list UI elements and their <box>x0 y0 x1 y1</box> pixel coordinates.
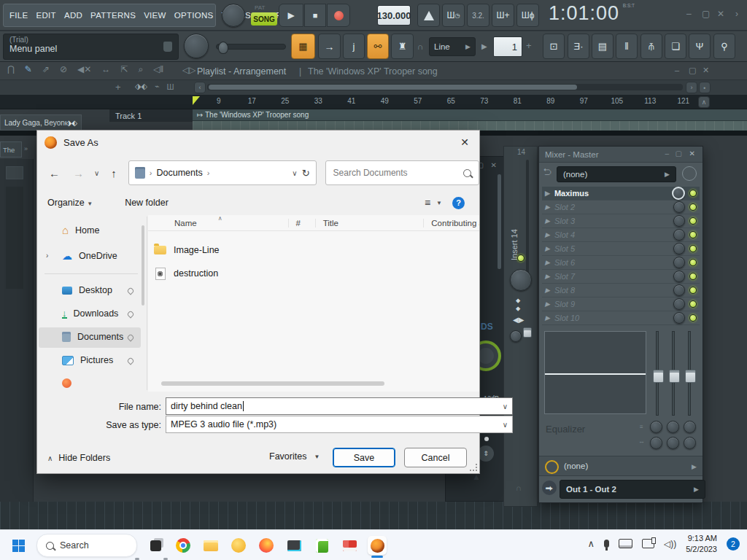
save-type-dropdown-chevron[interactable]: ∨ <box>503 421 508 429</box>
microphone-icon[interactable] <box>604 540 609 548</box>
fx-slot-row[interactable]: ▶Slot 6 <box>542 256 700 270</box>
yellow-clock-icon[interactable] <box>545 460 559 474</box>
slot-mix-knob[interactable] <box>673 215 685 227</box>
slot-mix-knob[interactable] <box>673 229 685 241</box>
record-button[interactable] <box>327 4 350 27</box>
list-h-scrollbar[interactable] <box>161 381 384 386</box>
h-scrollbar-track[interactable] <box>207 84 683 90</box>
save-type-select[interactable]: MPEG 3 audio file (*.mp3) ∨ <box>166 416 513 433</box>
follow-arrow-button[interactable]: → <box>318 34 341 59</box>
paint-tool-icon[interactable]: ⇗ <box>42 64 50 74</box>
notes-app-button[interactable] <box>312 536 331 555</box>
dialog-titlebar[interactable]: Save As ✕ <box>37 131 479 155</box>
updown-arrows-icon[interactable]: ⬥⬥ <box>516 297 520 313</box>
mixer-insert-strip[interactable]: 14 Insert 14 ⬥⬥ ◀▶ ∩ <box>503 146 538 507</box>
window-pianoroll-button[interactable]: Ǝ· <box>568 34 589 59</box>
forward-button[interactable]: → <box>73 167 84 179</box>
slot-enable-led[interactable] <box>689 217 697 225</box>
eq-slider-handle[interactable] <box>653 370 664 383</box>
new-folder-button[interactable]: New folder <box>125 198 169 208</box>
window-mixer-button[interactable]: ⫴ <box>616 34 638 59</box>
insert-mini-fader[interactable] <box>523 327 532 338</box>
loop-record-button[interactable]: Ш+ <box>492 4 514 27</box>
eq-slider-2[interactable] <box>672 331 675 416</box>
file-row-folder[interactable]: Image-Line <box>154 241 468 259</box>
slider-handle[interactable] <box>218 42 228 54</box>
view-dropdown-chevron[interactable]: ▼ <box>436 200 442 206</box>
slot-mix-knob[interactable] <box>673 312 685 324</box>
snap-selector[interactable]: Line ▶ <box>429 37 476 56</box>
delete-tool-icon[interactable]: ⊘ <box>60 64 67 74</box>
insert-pan-knob[interactable] <box>510 269 532 291</box>
cast-device-icon[interactable] <box>642 539 654 548</box>
stop-button[interactable]: ■ <box>304 4 326 27</box>
sidebar-item-documents[interactable]: Documents <box>62 332 123 342</box>
sidebar-item-music-partial[interactable] <box>62 378 71 388</box>
save-button[interactable]: Save <box>333 448 395 467</box>
view-list-icon[interactable]: ≡ <box>425 197 430 209</box>
add-track-tab[interactable]: + <box>115 82 121 93</box>
file-name-dropdown-chevron[interactable]: ∨ <box>503 402 508 411</box>
insert-fader-track[interactable] <box>526 160 529 276</box>
leftright-arrows-icon[interactable]: ◀▶ <box>513 316 524 324</box>
slot-mix-knob[interactable] <box>672 187 685 200</box>
slot-enable-led[interactable] <box>689 273 697 280</box>
up-button[interactable]: ↑ <box>111 167 117 179</box>
mixer-output-row[interactable]: ⮕ Out 1 - Out 2 ▶ <box>539 476 703 502</box>
playlist-timeline[interactable]: 9 17 25 33 41 49 57 65 73 81 89 97 105 1… <box>0 95 747 109</box>
eq-slider-1[interactable] <box>656 331 659 416</box>
toolbar-overflow-chevron[interactable]: › <box>735 9 740 19</box>
zoom-tool-icon[interactable]: ⌕ <box>138 64 143 74</box>
fx-slot-row[interactable]: ▶Maximus <box>542 187 700 201</box>
eq-knob[interactable] <box>667 421 679 433</box>
play-button[interactable]: ▶ <box>279 4 303 27</box>
draw-tool-icon[interactable]: ✎ <box>25 64 32 74</box>
file-name-input[interactable]: dirty behind clean ∨ <box>166 397 513 415</box>
pat-label[interactable]: PAT <box>255 4 265 11</box>
sidebar-item-pictures[interactable]: Pictures <box>62 355 113 365</box>
window-channelrack-button[interactable]: ▤ <box>592 34 614 59</box>
wait-for-input-button[interactable]: Ш◷ <box>442 4 465 27</box>
pedal-button[interactable]: ϳ <box>343 34 365 59</box>
playhead-flag-icon[interactable] <box>193 96 200 105</box>
track1-header[interactable]: Track 1 <box>109 109 193 122</box>
slot-enable-led[interactable] <box>689 300 697 308</box>
firefox-button[interactable] <box>257 536 276 555</box>
task-view-button[interactable] <box>146 536 165 555</box>
slot-mix-knob[interactable] <box>673 284 685 296</box>
pattern-number-box[interactable]: 1 <box>493 36 522 57</box>
slot-enable-led[interactable] <box>689 287 697 294</box>
eq-display[interactable] <box>544 331 646 414</box>
magnet-snap-icon[interactable]: ⋂ <box>7 64 15 74</box>
pattern-plus-button[interactable]: + <box>526 40 532 51</box>
slot-enable-led[interactable] <box>689 314 697 322</box>
plugin-slot-icon[interactable]: ⮌ <box>543 167 551 177</box>
sidebar-scrollbar[interactable] <box>142 225 144 306</box>
clock-date[interactable]: 9:13 AM 5/2/2023 <box>686 533 717 555</box>
output-selector[interactable]: Out 1 - Out 2 ▶ <box>560 480 705 499</box>
flstudio-taskbar-button[interactable] <box>368 536 387 555</box>
eq-slider-handle[interactable] <box>669 370 680 383</box>
fx-slot-row[interactable]: ▶Slot 3 <box>542 214 700 228</box>
slot-enable-led[interactable] <box>689 245 697 252</box>
breadcrumb-documents[interactable]: Documents <box>157 168 203 178</box>
menu-patterns[interactable]: PATTERNS <box>90 11 136 20</box>
updown-button[interactable]: ⇕ <box>478 446 494 462</box>
slot-enable-led[interactable] <box>689 203 697 211</box>
chrome-button[interactable] <box>174 536 193 555</box>
column-artist[interactable]: Contributing ar <box>423 219 479 228</box>
plugin-scrollbar[interactable] <box>498 174 501 269</box>
v-scroll-up-button[interactable]: ∧ <box>698 96 710 108</box>
help-icon[interactable]: ? <box>452 197 465 209</box>
organize-button[interactable]: Organize ▼ <box>47 198 93 208</box>
chrome-canary-button[interactable] <box>229 536 248 555</box>
sidebar-item-downloads[interactable]: ↓Downloads <box>62 308 118 319</box>
countdown-button[interactable]: 3.2. <box>467 4 489 27</box>
typing-keyboard-button[interactable]: ♜ <box>391 34 414 59</box>
dialog-close-button[interactable]: ✕ <box>460 136 469 148</box>
menu-view[interactable]: VIEW <box>144 11 166 20</box>
remote-app-button[interactable] <box>285 536 303 555</box>
h-scrollbar-thumb[interactable] <box>209 85 577 90</box>
favorites-button[interactable]: Favorites ▼ <box>269 451 320 462</box>
resize-grip[interactable] <box>470 464 477 471</box>
